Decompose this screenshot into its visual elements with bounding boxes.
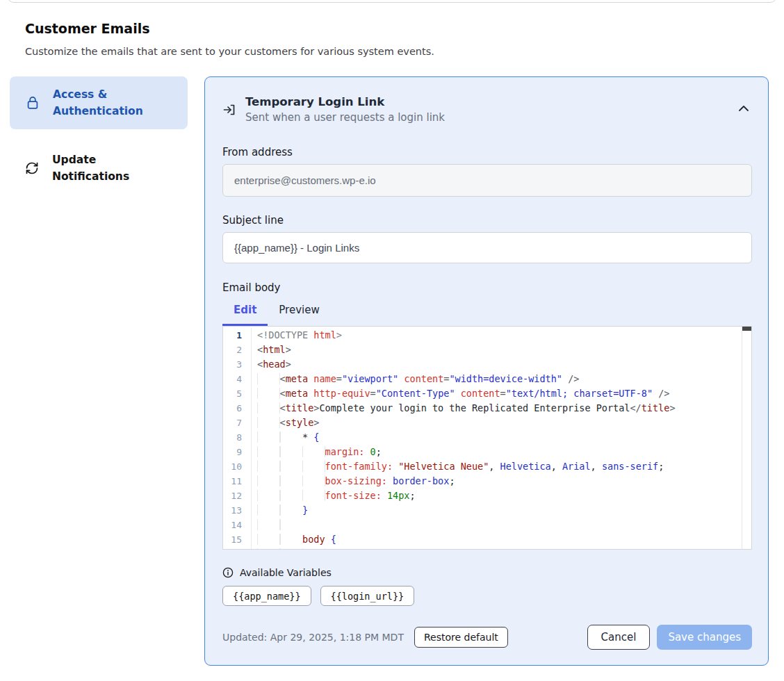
code-line: 4 <meta name="viewport" content="width=d… — [223, 372, 751, 386]
code-line: 7 <style> — [223, 416, 751, 430]
code-line: 13 } — [223, 503, 751, 518]
code-line: 8 * { — [223, 430, 751, 445]
available-variables-label: Available Variables — [240, 567, 332, 578]
line-number: 7 — [223, 416, 252, 430]
panel-subtitle: Sent when a user requests a login link — [245, 110, 445, 125]
line-number: 11 — [223, 474, 252, 489]
page-subtitle: Customize the emails that are sent to yo… — [25, 46, 434, 57]
email-types-sidebar: Access & Authentication Update Notificat… — [10, 76, 188, 195]
variable-chips: {{app_name}}{{login_url}} — [222, 586, 752, 606]
sidebar-item-label: Access & Authentication — [53, 86, 175, 120]
refresh-icon — [25, 161, 39, 175]
code-line: 10 font-family: "Helvetica Neue", Helvet… — [223, 459, 751, 474]
tab-edit[interactable]: Edit — [222, 296, 268, 326]
code-line: 6 <title>Complete your login to the Repl… — [223, 401, 751, 416]
tab-preview[interactable]: Preview — [268, 296, 330, 326]
email-body-tabs: Edit Preview — [222, 296, 752, 326]
lock-icon — [26, 96, 39, 110]
code-line: 5 <meta http-equiv="Content-Type" conten… — [223, 386, 751, 401]
line-number: 8 — [223, 430, 252, 445]
code-line: 2<html> — [223, 343, 751, 357]
line-number: 16 — [223, 547, 252, 550]
from-address-input — [222, 164, 752, 197]
line-number: 5 — [223, 386, 252, 401]
code-line: 3<head> — [223, 357, 751, 372]
editor-scrollbar-thumb[interactable] — [742, 327, 751, 331]
chevron-up-icon — [738, 105, 749, 112]
line-number: 10 — [223, 459, 252, 474]
variable-chip-app-name[interactable]: {{app_name}} — [222, 586, 311, 606]
code-line: 15 body { — [223, 532, 751, 547]
line-number: 12 — [223, 489, 252, 503]
save-changes-button[interactable]: Save changes — [657, 625, 752, 650]
code-line: 12 font-size: 14px; — [223, 489, 751, 503]
line-number: 15 — [223, 532, 252, 547]
panel-title: Temporary Login Link — [245, 94, 445, 110]
sidebar-item-access-authentication[interactable]: Access & Authentication — [10, 76, 188, 129]
line-number: 6 — [223, 401, 252, 416]
code-lines: 1<!DOCTYPE html>2<html>3<head>4 <meta na… — [223, 327, 751, 550]
line-number: 13 — [223, 503, 252, 518]
line-number: 9 — [223, 445, 252, 459]
subject-line-label: Subject line — [222, 214, 752, 227]
email-template-panel: Temporary Login Link Sent when a user re… — [204, 76, 769, 666]
code-line: 11 box-sizing: border-box; — [223, 474, 751, 489]
line-number: 14 — [223, 518, 252, 532]
collapse-section-button[interactable] — [735, 102, 752, 115]
line-number: 1 — [223, 328, 252, 343]
updated-timestamp: Updated: Apr 29, 2025, 1:18 PM MDT — [222, 632, 404, 643]
code-editor[interactable]: 1<!DOCTYPE html>2<html>3<head>4 <meta na… — [222, 326, 752, 550]
page-title: Customer Emails — [25, 21, 150, 36]
code-line: 14 — [223, 518, 751, 532]
code-line: 9 margin: 0; — [223, 445, 751, 459]
sidebar-item-label: Update Notifications — [52, 151, 174, 185]
email-body-label: Email body — [222, 281, 752, 295]
code-line: 16 background-color: #f9f9f9; — [223, 547, 751, 550]
previous-section-bottom-edge — [7, 0, 777, 3]
line-number: 2 — [223, 343, 252, 357]
panel-footer: Updated: Apr 29, 2025, 1:18 PM MDT Resto… — [222, 625, 752, 650]
restore-default-button[interactable]: Restore default — [414, 627, 508, 648]
variable-chip-login-url[interactable]: {{login_url}} — [320, 586, 415, 606]
sidebar-item-update-notifications[interactable]: Update Notifications — [10, 142, 188, 195]
panel-header: Temporary Login Link Sent when a user re… — [222, 94, 752, 125]
login-icon — [222, 103, 236, 117]
line-number: 3 — [223, 357, 252, 372]
subject-line-input[interactable] — [222, 232, 752, 263]
editor-scrollbar[interactable] — [742, 327, 751, 549]
code-line: 1<!DOCTYPE html> — [223, 328, 751, 343]
from-address-label: From address — [222, 146, 752, 159]
cancel-button[interactable]: Cancel — [587, 625, 651, 650]
info-icon — [222, 567, 234, 578]
line-number: 4 — [223, 372, 252, 386]
